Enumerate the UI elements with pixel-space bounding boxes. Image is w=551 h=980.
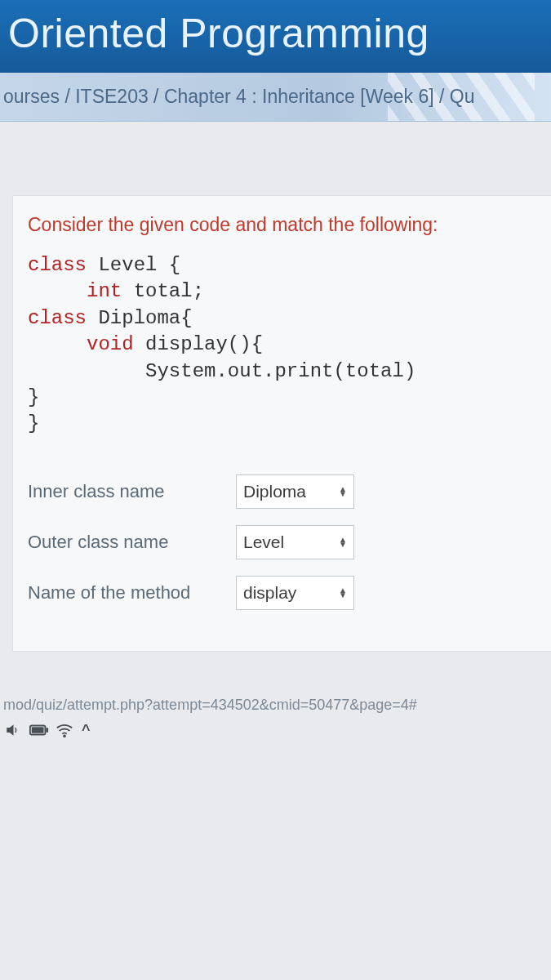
select-value: Diploma [243,482,306,501]
match-row: Inner class name Diploma ▲▼ [28,474,536,509]
chevron-updown-icon: ▲▼ [339,537,347,547]
breadcrumb-part[interactable]: ourses [3,86,60,107]
breadcrumb-part[interactable]: ITSE203 [75,86,149,107]
taskbar: ^ [0,722,551,739]
wifi-icon[interactable] [56,723,73,737]
match-select-outer-class[interactable]: Level ▲▼ [236,525,354,559]
breadcrumb[interactable]: ourses / ITSE203 / Chapter 4 : Inheritan… [0,73,551,122]
svg-point-3 [64,736,65,737]
match-label: Name of the method [28,582,236,604]
chevron-up-icon[interactable]: ^ [82,722,91,739]
breadcrumb-part[interactable]: Chapter 4 : Inheritance [Week 6] [164,86,434,107]
question-card: Consider the given code and match the fo… [12,195,551,652]
match-label: Inner class name [28,481,236,502]
svg-rect-1 [32,728,44,733]
match-select-inner-class[interactable]: Diploma ▲▼ [236,474,354,509]
code-block: class Level { int total; class Diploma{ … [28,252,536,438]
breadcrumb-part[interactable]: Qu [450,86,475,107]
page-header: Oriented Programming [0,0,551,73]
page-title: Oriented Programming [8,11,429,56]
select-value: display [243,583,296,603]
footer-url: mod/quiz/attempt.php?attempt=434502&cmid… [0,697,551,714]
battery-icon[interactable] [29,723,47,737]
chevron-updown-icon: ▲▼ [339,588,347,598]
volume-icon[interactable] [3,723,21,737]
question-prompt: Consider the given code and match the fo… [28,214,536,236]
match-row: Name of the method display ▲▼ [28,576,536,610]
svg-rect-2 [46,728,48,733]
match-label: Outer class name [28,532,236,553]
match-row: Outer class name Level ▲▼ [28,525,536,559]
chevron-updown-icon: ▲▼ [339,487,347,497]
select-value: Level [243,532,284,552]
match-select-method[interactable]: display ▲▼ [236,576,354,610]
